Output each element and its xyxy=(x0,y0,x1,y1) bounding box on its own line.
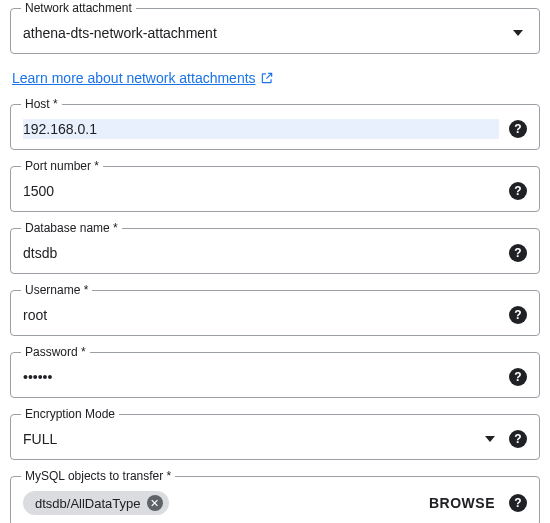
help-icon[interactable]: ? xyxy=(509,306,527,324)
password-input[interactable] xyxy=(23,367,499,387)
port-label: Port number * xyxy=(21,159,103,173)
encryption-mode-label: Encryption Mode xyxy=(21,407,119,421)
help-icon[interactable]: ? xyxy=(509,494,527,512)
close-icon[interactable]: ✕ xyxy=(147,495,163,511)
mysql-objects-chips: dtsdb/AllDataType ✕ xyxy=(23,491,415,515)
password-field: Password * ? xyxy=(10,352,540,398)
host-label: Host * xyxy=(21,97,62,111)
mysql-objects-field: MySQL objects to transfer * dtsdb/AllDat… xyxy=(10,476,540,523)
learn-more-text: Learn more about network attachments xyxy=(12,70,256,86)
mysql-objects-row: dtsdb/AllDataType ✕ BROWSE ? xyxy=(23,491,527,515)
object-chip[interactable]: dtsdb/AllDataType ✕ xyxy=(23,491,169,515)
chevron-down-icon[interactable] xyxy=(513,30,523,36)
username-label: Username * xyxy=(21,283,92,297)
external-link-icon xyxy=(260,71,274,85)
browse-button[interactable]: BROWSE xyxy=(423,495,501,511)
chip-label: dtsdb/AllDataType xyxy=(35,496,141,511)
password-label: Password * xyxy=(21,345,90,359)
host-field: Host * ? xyxy=(10,104,540,150)
port-input[interactable] xyxy=(23,181,499,201)
learn-more-link[interactable]: Learn more about network attachments xyxy=(12,70,274,86)
help-icon[interactable]: ? xyxy=(509,182,527,200)
port-field: Port number * ? xyxy=(10,166,540,212)
help-icon[interactable]: ? xyxy=(509,368,527,386)
database-name-field: Database name * ? xyxy=(10,228,540,274)
encryption-mode-value[interactable]: FULL xyxy=(23,429,475,449)
username-input[interactable] xyxy=(23,305,499,325)
network-attachment-value[interactable]: athena-dts-network-attachment xyxy=(23,23,503,43)
port-row: ? xyxy=(23,181,527,201)
chevron-down-icon[interactable] xyxy=(485,436,495,442)
database-name-input[interactable] xyxy=(23,243,499,263)
username-field: Username * ? xyxy=(10,290,540,336)
network-attachment-field[interactable]: Network attachment athena-dts-network-at… xyxy=(10,8,540,54)
password-row: ? xyxy=(23,367,527,387)
help-icon[interactable]: ? xyxy=(509,430,527,448)
username-row: ? xyxy=(23,305,527,325)
database-name-row: ? xyxy=(23,243,527,263)
host-row: ? xyxy=(23,119,527,139)
network-attachment-label: Network attachment xyxy=(21,1,136,15)
network-attachment-row: athena-dts-network-attachment xyxy=(23,23,527,43)
host-input[interactable] xyxy=(23,119,499,139)
help-icon[interactable]: ? xyxy=(509,120,527,138)
help-icon[interactable]: ? xyxy=(509,244,527,262)
encryption-mode-row: FULL ? xyxy=(23,429,527,449)
encryption-mode-field[interactable]: Encryption Mode FULL ? xyxy=(10,414,540,460)
mysql-objects-label: MySQL objects to transfer * xyxy=(21,469,175,483)
learn-more-row: Learn more about network attachments xyxy=(12,70,540,86)
database-name-label: Database name * xyxy=(21,221,122,235)
